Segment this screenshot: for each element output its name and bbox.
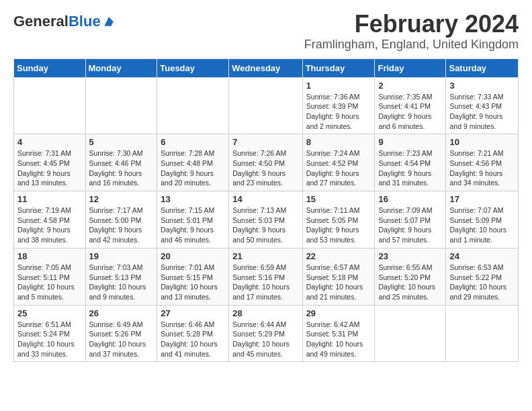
- day-info: Sunrise: 6:55 AM Sunset: 5:20 PM Dayligh…: [378, 263, 442, 302]
- calendar-day-cell: 11Sunrise: 7:19 AM Sunset: 4:58 PM Dayli…: [14, 191, 86, 248]
- calendar-day-cell: 7Sunrise: 7:26 AM Sunset: 4:50 PM Daylig…: [229, 134, 302, 191]
- calendar-body: 1Sunrise: 7:36 AM Sunset: 4:39 PM Daylig…: [14, 77, 519, 362]
- day-info: Sunrise: 7:19 AM Sunset: 4:58 PM Dayligh…: [17, 205, 82, 245]
- day-number: 25: [17, 308, 82, 318]
- calendar-day-cell: 20Sunrise: 7:01 AM Sunset: 5:15 PM Dayli…: [157, 248, 229, 305]
- weekday-header-sunday: Sunday: [14, 58, 86, 77]
- day-number: 1: [306, 81, 371, 91]
- day-number: 17: [449, 194, 515, 204]
- calendar-day-cell: 26Sunrise: 6:49 AM Sunset: 5:26 PM Dayli…: [85, 305, 157, 362]
- day-number: 28: [232, 308, 298, 318]
- calendar-day-cell: 23Sunrise: 6:55 AM Sunset: 5:20 PM Dayli…: [375, 248, 446, 305]
- logo-general-text: General: [13, 13, 69, 30]
- day-info: Sunrise: 7:31 AM Sunset: 4:45 PM Dayligh…: [17, 148, 82, 188]
- day-info: Sunrise: 6:42 AM Sunset: 5:31 PM Dayligh…: [306, 320, 371, 359]
- day-info: Sunrise: 7:17 AM Sunset: 5:00 PM Dayligh…: [89, 205, 154, 245]
- day-number: 2: [378, 81, 442, 91]
- day-number: 14: [232, 194, 298, 204]
- day-number: 19: [89, 251, 154, 261]
- day-number: 23: [378, 251, 442, 261]
- day-number: 9: [378, 137, 442, 147]
- calendar-day-cell: 19Sunrise: 7:03 AM Sunset: 5:13 PM Dayli…: [85, 248, 157, 305]
- calendar-empty-cell: [375, 305, 446, 362]
- calendar-day-cell: 29Sunrise: 6:42 AM Sunset: 5:31 PM Dayli…: [302, 305, 375, 362]
- day-number: 7: [232, 137, 298, 147]
- calendar-day-cell: 6Sunrise: 7:28 AM Sunset: 4:48 PM Daylig…: [157, 134, 229, 191]
- calendar-day-cell: 15Sunrise: 7:11 AM Sunset: 5:05 PM Dayli…: [302, 191, 375, 248]
- day-info: Sunrise: 7:09 AM Sunset: 5:07 PM Dayligh…: [378, 205, 442, 245]
- day-info: Sunrise: 7:11 AM Sunset: 5:05 PM Dayligh…: [306, 205, 371, 245]
- day-info: Sunrise: 7:07 AM Sunset: 5:09 PM Dayligh…: [449, 205, 515, 245]
- day-number: 3: [449, 81, 515, 91]
- day-info: Sunrise: 6:57 AM Sunset: 5:18 PM Dayligh…: [306, 263, 371, 302]
- weekday-header-row: SundayMondayTuesdayWednesdayThursdayFrid…: [14, 58, 519, 77]
- subtitle: Framlingham, England, United Kingdom: [304, 38, 519, 52]
- logo-blue-text: Blue: [69, 13, 101, 30]
- day-number: 16: [378, 194, 442, 204]
- weekday-header-tuesday: Tuesday: [157, 58, 229, 77]
- logo-icon: [102, 15, 116, 28]
- calendar-week-row: 4Sunrise: 7:31 AM Sunset: 4:45 PM Daylig…: [14, 134, 519, 191]
- calendar-day-cell: 28Sunrise: 6:44 AM Sunset: 5:29 PM Dayli…: [229, 305, 302, 362]
- calendar-day-cell: 13Sunrise: 7:15 AM Sunset: 5:01 PM Dayli…: [157, 191, 229, 248]
- calendar-day-cell: 4Sunrise: 7:31 AM Sunset: 4:45 PM Daylig…: [14, 134, 86, 191]
- calendar-week-row: 1Sunrise: 7:36 AM Sunset: 4:39 PM Daylig…: [14, 77, 519, 134]
- day-number: 6: [161, 137, 225, 147]
- calendar-header: SundayMondayTuesdayWednesdayThursdayFrid…: [14, 58, 519, 77]
- calendar-day-cell: 27Sunrise: 6:46 AM Sunset: 5:28 PM Dayli…: [157, 305, 229, 362]
- logo: GeneralBlue: [13, 13, 116, 30]
- day-info: Sunrise: 7:05 AM Sunset: 5:11 PM Dayligh…: [17, 263, 82, 302]
- calendar-day-cell: 12Sunrise: 7:17 AM Sunset: 5:00 PM Dayli…: [85, 191, 157, 248]
- calendar-day-cell: 18Sunrise: 7:05 AM Sunset: 5:11 PM Dayli…: [14, 248, 86, 305]
- title-section: February 2024 Framlingham, England, Unit…: [304, 11, 519, 52]
- day-info: Sunrise: 7:03 AM Sunset: 5:13 PM Dayligh…: [89, 263, 154, 302]
- day-info: Sunrise: 7:36 AM Sunset: 4:39 PM Dayligh…: [306, 92, 371, 132]
- day-info: Sunrise: 7:13 AM Sunset: 5:03 PM Dayligh…: [232, 205, 298, 245]
- calendar-day-cell: 21Sunrise: 6:59 AM Sunset: 5:16 PM Dayli…: [229, 248, 302, 305]
- calendar-empty-cell: [157, 77, 229, 134]
- day-info: Sunrise: 6:59 AM Sunset: 5:16 PM Dayligh…: [232, 263, 298, 302]
- day-info: Sunrise: 7:23 AM Sunset: 4:54 PM Dayligh…: [378, 148, 442, 188]
- day-number: 4: [17, 137, 82, 147]
- day-info: Sunrise: 6:46 AM Sunset: 5:28 PM Dayligh…: [161, 320, 225, 359]
- calendar-day-cell: 5Sunrise: 7:30 AM Sunset: 4:46 PM Daylig…: [85, 134, 157, 191]
- day-info: Sunrise: 7:30 AM Sunset: 4:46 PM Dayligh…: [89, 148, 154, 188]
- svg-marker-0: [104, 17, 113, 26]
- weekday-header-saturday: Saturday: [446, 58, 519, 77]
- day-info: Sunrise: 7:26 AM Sunset: 4:50 PM Dayligh…: [232, 148, 298, 188]
- calendar-empty-cell: [446, 305, 519, 362]
- day-number: 5: [89, 137, 154, 147]
- weekday-header-wednesday: Wednesday: [229, 58, 302, 77]
- calendar-week-row: 18Sunrise: 7:05 AM Sunset: 5:11 PM Dayli…: [14, 248, 519, 305]
- calendar-week-row: 11Sunrise: 7:19 AM Sunset: 4:58 PM Dayli…: [14, 191, 519, 248]
- day-number: 12: [89, 194, 154, 204]
- day-info: Sunrise: 7:01 AM Sunset: 5:15 PM Dayligh…: [161, 263, 225, 302]
- day-number: 21: [232, 251, 298, 261]
- calendar-day-cell: 14Sunrise: 7:13 AM Sunset: 5:03 PM Dayli…: [229, 191, 302, 248]
- main-title: February 2024: [304, 11, 519, 38]
- day-info: Sunrise: 7:24 AM Sunset: 4:52 PM Dayligh…: [306, 148, 371, 188]
- day-info: Sunrise: 7:28 AM Sunset: 4:48 PM Dayligh…: [161, 148, 225, 188]
- calendar-day-cell: 16Sunrise: 7:09 AM Sunset: 5:07 PM Dayli…: [375, 191, 446, 248]
- calendar-day-cell: 1Sunrise: 7:36 AM Sunset: 4:39 PM Daylig…: [302, 77, 375, 134]
- day-info: Sunrise: 6:53 AM Sunset: 5:22 PM Dayligh…: [449, 263, 515, 302]
- day-info: Sunrise: 7:35 AM Sunset: 4:41 PM Dayligh…: [378, 92, 442, 132]
- day-number: 26: [89, 308, 154, 318]
- calendar-day-cell: 2Sunrise: 7:35 AM Sunset: 4:41 PM Daylig…: [375, 77, 446, 134]
- day-info: Sunrise: 6:49 AM Sunset: 5:26 PM Dayligh…: [89, 320, 154, 359]
- day-number: 8: [306, 137, 371, 147]
- calendar-day-cell: 8Sunrise: 7:24 AM Sunset: 4:52 PM Daylig…: [302, 134, 375, 191]
- calendar-day-cell: 25Sunrise: 6:51 AM Sunset: 5:24 PM Dayli…: [14, 305, 86, 362]
- day-info: Sunrise: 7:15 AM Sunset: 5:01 PM Dayligh…: [161, 205, 225, 245]
- day-number: 24: [449, 251, 515, 261]
- calendar-day-cell: 22Sunrise: 6:57 AM Sunset: 5:18 PM Dayli…: [302, 248, 375, 305]
- day-number: 11: [17, 194, 82, 204]
- calendar-day-cell: 10Sunrise: 7:21 AM Sunset: 4:56 PM Dayli…: [446, 134, 519, 191]
- day-number: 29: [306, 308, 371, 318]
- header: GeneralBlue February 2024 Framlingham, E…: [13, 11, 519, 52]
- day-info: Sunrise: 6:51 AM Sunset: 5:24 PM Dayligh…: [17, 320, 82, 359]
- day-number: 18: [17, 251, 82, 261]
- calendar-day-cell: 3Sunrise: 7:33 AM Sunset: 4:43 PM Daylig…: [446, 77, 519, 134]
- calendar-day-cell: 17Sunrise: 7:07 AM Sunset: 5:09 PM Dayli…: [446, 191, 519, 248]
- day-number: 10: [449, 137, 515, 147]
